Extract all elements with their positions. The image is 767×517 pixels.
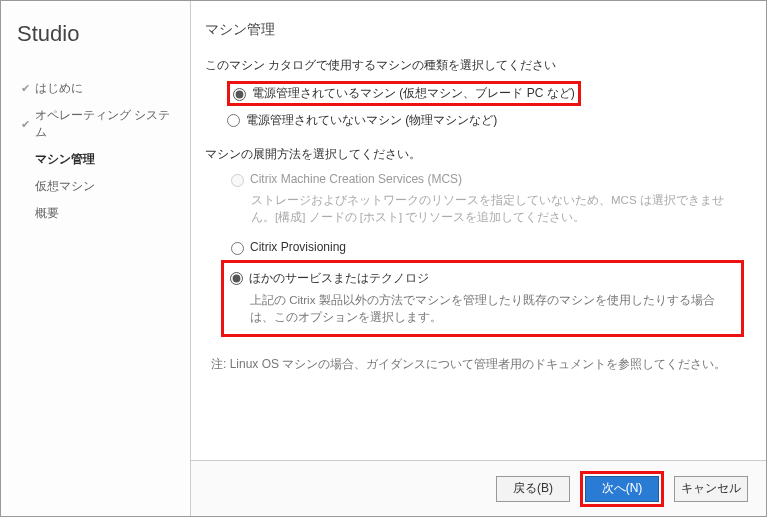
radio-mcs-desc: ストレージおよびネットワークのリソースを指定していないため、MCS は選択できま… bbox=[251, 192, 740, 227]
radio-other-desc: 上記の Citrix 製品以外の方法でマシンを管理したり既存のマシンを使用したり… bbox=[250, 292, 735, 327]
radio-mcs: Citrix Machine Creation Services (MCS) bbox=[231, 169, 740, 190]
nav-label: はじめに bbox=[35, 80, 83, 97]
highlight-box: 電源管理されているマシン (仮想マシン、ブレード PC など) bbox=[227, 81, 581, 106]
wizard-nav: ✔ はじめに ✔ オペレーティング システム ✔ マシン管理 ✔ 仮想マシン ✔… bbox=[17, 75, 178, 227]
radio-input[interactable] bbox=[233, 88, 246, 101]
nav-item-intro[interactable]: ✔ はじめに bbox=[17, 75, 178, 102]
radio-label: Citrix Provisioning bbox=[250, 240, 346, 254]
deploy-group: Citrix Machine Creation Services (MCS) ス… bbox=[227, 167, 744, 337]
nav-item-summary[interactable]: ✔ 概要 bbox=[17, 200, 178, 227]
nav-item-machine-mgmt[interactable]: ✔ マシン管理 bbox=[17, 146, 178, 173]
radio-provisioning[interactable]: Citrix Provisioning bbox=[231, 237, 740, 258]
main-panel: マシン管理 このマシン カタログで使用するマシンの種類を選択してください 電源管… bbox=[191, 1, 766, 516]
nav-label: オペレーティング システム bbox=[35, 107, 178, 141]
page-title: マシン管理 bbox=[205, 21, 744, 39]
highlight-box: 次へ(N) bbox=[580, 471, 664, 507]
radio-label: Citrix Machine Creation Services (MCS) bbox=[250, 172, 462, 186]
content-area: マシン管理 このマシン カタログで使用するマシンの種類を選択してください 電源管… bbox=[191, 1, 766, 460]
check-icon: ✔ bbox=[21, 118, 35, 131]
linux-note: 注: Linux OS マシンの場合、ガイダンスについて管理者用のドキュメントを… bbox=[211, 355, 744, 373]
back-button[interactable]: 戻る(B) bbox=[496, 476, 570, 502]
nav-label: 仮想マシン bbox=[35, 178, 95, 195]
radio-not-power-managed[interactable]: 電源管理されていないマシン (物理マシンなど) bbox=[227, 109, 744, 132]
nav-item-vm[interactable]: ✔ 仮想マシン bbox=[17, 173, 178, 200]
radio-input[interactable] bbox=[231, 242, 244, 255]
radio-other-tech[interactable]: ほかのサービスまたはテクノロジ bbox=[230, 267, 735, 290]
radio-provisioning-block: Citrix Provisioning bbox=[227, 235, 744, 260]
radio-mcs-block: Citrix Machine Creation Services (MCS) ス… bbox=[227, 167, 744, 235]
sidebar: Studio ✔ はじめに ✔ オペレーティング システム ✔ マシン管理 ✔ … bbox=[1, 1, 191, 516]
nav-label: マシン管理 bbox=[35, 151, 95, 168]
deploy-prompt: マシンの展開方法を選択してください。 bbox=[205, 146, 744, 163]
wizard-footer: 戻る(B) 次へ(N) キャンセル bbox=[191, 460, 766, 516]
radio-label: 電源管理されているマシン (仮想マシン、ブレード PC など) bbox=[252, 85, 575, 102]
check-icon: ✔ bbox=[21, 82, 35, 95]
radio-label: ほかのサービスまたはテクノロジ bbox=[249, 270, 429, 287]
next-button[interactable]: 次へ(N) bbox=[585, 476, 659, 502]
nav-item-os[interactable]: ✔ オペレーティング システム bbox=[17, 102, 178, 146]
radio-other-block: ほかのサービスまたはテクノロジ 上記の Citrix 製品以外の方法でマシンを管… bbox=[221, 260, 744, 338]
radio-input bbox=[231, 174, 244, 187]
machine-type-group: 電源管理されているマシン (仮想マシン、ブレード PC など) 電源管理されてい… bbox=[227, 78, 744, 132]
nav-label: 概要 bbox=[35, 205, 59, 222]
machine-type-prompt: このマシン カタログで使用するマシンの種類を選択してください bbox=[205, 57, 744, 74]
radio-input[interactable] bbox=[227, 114, 240, 127]
wizard-window: Studio ✔ はじめに ✔ オペレーティング システム ✔ マシン管理 ✔ … bbox=[0, 0, 767, 517]
radio-input[interactable] bbox=[230, 272, 243, 285]
radio-power-managed[interactable]: 電源管理されているマシン (仮想マシン、ブレード PC など) bbox=[227, 78, 744, 109]
cancel-button[interactable]: キャンセル bbox=[674, 476, 748, 502]
app-title: Studio bbox=[17, 21, 178, 47]
radio-label: 電源管理されていないマシン (物理マシンなど) bbox=[246, 112, 497, 129]
